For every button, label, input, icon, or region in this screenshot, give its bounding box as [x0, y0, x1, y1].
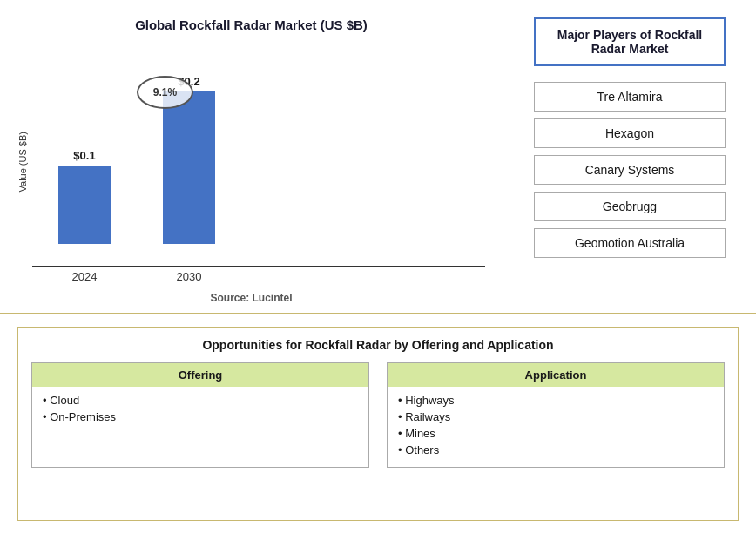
- cagr-annotation: 9.1%: [137, 76, 193, 109]
- players-title-line1: Major Players of Rockfall: [557, 28, 703, 42]
- bar-group-2024: $0.1: [58, 149, 111, 244]
- application-item-mines: • Mines: [398, 427, 713, 440]
- bar-2024: [58, 166, 111, 244]
- x-label-2024: 2024: [32, 270, 137, 283]
- x-axis-labels: 2024 2030: [32, 270, 485, 283]
- top-section: Global Rockfall Radar Market (US $B) Val…: [0, 0, 756, 314]
- application-header: Application: [388, 363, 724, 387]
- offering-header: Offering: [32, 363, 368, 387]
- opportunities-box: Opportunities for Rockfall Radar by Offe…: [17, 327, 739, 521]
- chart-title: Global Rockfall Radar Market (US $B): [135, 17, 368, 32]
- cagr-label: 9.1%: [153, 86, 177, 98]
- player-item-2: Hexagon: [534, 118, 726, 148]
- player-item-4: Geobrugg: [534, 192, 726, 221]
- players-title-line2: Radar Market: [591, 42, 669, 56]
- main-container: Global Rockfall Radar Market (US $B) Val…: [0, 0, 756, 534]
- bar-label-2024-value: $0.1: [73, 149, 95, 162]
- chart-inner: $0.1 9.1% $0.2: [32, 41, 485, 283]
- x-axis-line: [32, 266, 485, 267]
- source-text: Source: Lucintel: [210, 292, 292, 304]
- application-item-railways: • Railways: [398, 410, 713, 423]
- right-panel: Major Players of Rockfall Radar Market T…: [503, 0, 756, 313]
- bottom-section: Opportunities for Rockfall Radar by Offe…: [0, 314, 756, 534]
- offering-content: • Cloud • On-Premises: [32, 387, 368, 434]
- chart-area: Global Rockfall Radar Market (US $B) Val…: [0, 0, 503, 313]
- chart-wrapper: Value (US $B) $0.1 9.1%: [17, 41, 485, 287]
- offering-column: Offering • Cloud • On-Premises: [31, 362, 369, 468]
- x-label-2030: 2030: [137, 270, 241, 283]
- application-item-others: • Others: [398, 443, 713, 456]
- application-item-highways: • Highways: [398, 394, 713, 407]
- bar-2030: [163, 91, 215, 244]
- player-item-1: Tre Altamira: [534, 82, 726, 112]
- offering-item-onprem: • On-Premises: [43, 410, 358, 423]
- application-column: Application • Highways • Railways • Mine…: [387, 362, 725, 468]
- opportunities-title: Opportunities for Rockfall Radar by Offe…: [31, 338, 725, 352]
- player-item-3: Canary Systems: [534, 155, 726, 185]
- player-item-5: Geomotion Australia: [534, 228, 726, 258]
- two-columns: Offering • Cloud • On-Premises Applicati…: [31, 362, 725, 468]
- players-title: Major Players of Rockfall Radar Market: [534, 17, 726, 66]
- application-content: • Highways • Railways • Mines • Others: [388, 387, 724, 467]
- offering-item-cloud: • Cloud: [43, 394, 358, 407]
- bars-and-axes: $0.1 9.1% $0.2: [32, 41, 485, 266]
- y-axis-label: Value (US $B): [17, 132, 28, 193]
